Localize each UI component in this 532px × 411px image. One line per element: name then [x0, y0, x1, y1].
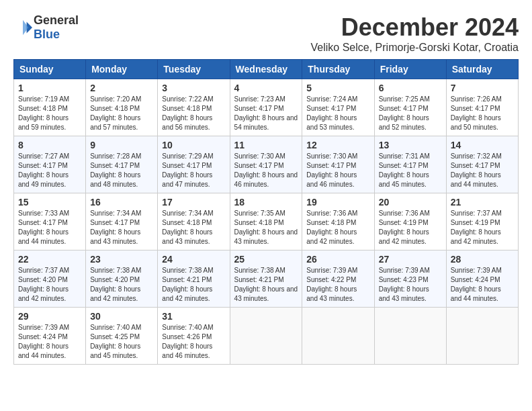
day-info: Sunrise: 7:36 AMSunset: 4:18 PMDaylight:… — [306, 209, 369, 246]
day-info: Sunrise: 7:37 AMSunset: 4:19 PMDaylight:… — [451, 209, 514, 246]
day-info: Sunrise: 7:39 AMSunset: 4:24 PMDaylight:… — [18, 323, 81, 361]
day-number: 3 — [162, 83, 225, 93]
day-info: Sunrise: 7:40 AMSunset: 4:25 PMDaylight:… — [90, 323, 153, 361]
day-cell: 30Sunrise: 7:40 AMSunset: 4:25 PMDayligh… — [86, 308, 158, 365]
day-number: 17 — [162, 197, 225, 208]
day-cell: 23Sunrise: 7:38 AMSunset: 4:20 PMDayligh… — [86, 250, 158, 308]
calendar-table: SundayMondayTuesdayWednesdayThursdayFrid… — [13, 59, 519, 365]
col-header-friday: Friday — [374, 60, 446, 79]
day-number: 20 — [379, 197, 442, 208]
week-row-3: 15Sunrise: 7:33 AMSunset: 4:17 PMDayligh… — [14, 193, 519, 250]
day-cell: 21Sunrise: 7:37 AMSunset: 4:19 PMDayligh… — [446, 193, 518, 250]
day-number: 1 — [18, 83, 81, 93]
day-cell: 18Sunrise: 7:35 AMSunset: 4:18 PMDayligh… — [230, 193, 302, 250]
day-cell: 25Sunrise: 7:38 AMSunset: 4:21 PMDayligh… — [230, 250, 302, 308]
day-cell: 8Sunrise: 7:27 AMSunset: 4:17 PMDaylight… — [14, 136, 86, 193]
header-row: SundayMondayTuesdayWednesdayThursdayFrid… — [14, 60, 519, 79]
day-number: 9 — [90, 140, 153, 150]
day-cell: 14Sunrise: 7:32 AMSunset: 4:17 PMDayligh… — [446, 136, 518, 193]
day-number: 27 — [379, 254, 442, 265]
day-number: 23 — [90, 254, 153, 265]
week-row-5: 29Sunrise: 7:39 AMSunset: 4:24 PMDayligh… — [14, 308, 519, 365]
day-info: Sunrise: 7:36 AMSunset: 4:19 PMDaylight:… — [379, 209, 442, 246]
day-cell: 17Sunrise: 7:34 AMSunset: 4:18 PMDayligh… — [158, 193, 230, 250]
day-info: Sunrise: 7:26 AMSunset: 4:17 PMDaylight:… — [451, 95, 514, 132]
day-info: Sunrise: 7:34 AMSunset: 4:18 PMDaylight:… — [162, 209, 225, 246]
day-cell: 28Sunrise: 7:39 AMSunset: 4:24 PMDayligh… — [446, 250, 518, 308]
day-cell — [446, 308, 518, 365]
day-number: 18 — [234, 197, 298, 208]
day-number: 13 — [379, 140, 442, 150]
day-number: 16 — [90, 197, 153, 208]
day-cell: 1Sunrise: 7:19 AMSunset: 4:18 PMDaylight… — [14, 79, 86, 136]
day-cell: 2Sunrise: 7:20 AMSunset: 4:18 PMDaylight… — [86, 79, 158, 136]
day-cell: 15Sunrise: 7:33 AMSunset: 4:17 PMDayligh… — [14, 193, 86, 250]
day-cell — [374, 308, 446, 365]
day-number: 8 — [18, 140, 81, 150]
day-info: Sunrise: 7:38 AMSunset: 4:21 PMDaylight:… — [234, 266, 298, 304]
day-info: Sunrise: 7:19 AMSunset: 4:18 PMDaylight:… — [18, 95, 81, 132]
col-header-sunday: Sunday — [14, 60, 86, 79]
day-info: Sunrise: 7:27 AMSunset: 4:17 PMDaylight:… — [18, 152, 81, 189]
day-info: Sunrise: 7:31 AMSunset: 4:17 PMDaylight:… — [379, 152, 442, 189]
month-title: December 2024 — [311, 13, 519, 42]
day-number: 4 — [234, 83, 298, 93]
col-header-thursday: Thursday — [302, 60, 374, 79]
day-cell: 31Sunrise: 7:40 AMSunset: 4:26 PMDayligh… — [158, 308, 230, 365]
day-cell: 9Sunrise: 7:28 AMSunset: 4:17 PMDaylight… — [86, 136, 158, 193]
logo-blue: Blue — [34, 28, 79, 42]
day-info: Sunrise: 7:30 AMSunset: 4:17 PMDaylight:… — [306, 152, 369, 189]
col-header-tuesday: Tuesday — [158, 60, 230, 79]
day-number: 15 — [18, 197, 81, 208]
day-number: 26 — [306, 254, 369, 265]
day-cell: 6Sunrise: 7:25 AMSunset: 4:17 PMDaylight… — [374, 79, 446, 136]
day-number: 2 — [90, 83, 153, 93]
day-cell: 26Sunrise: 7:39 AMSunset: 4:22 PMDayligh… — [302, 250, 374, 308]
day-number: 10 — [162, 140, 225, 150]
col-header-wednesday: Wednesday — [230, 60, 302, 79]
day-info: Sunrise: 7:37 AMSunset: 4:20 PMDaylight:… — [18, 266, 81, 304]
day-cell: 24Sunrise: 7:38 AMSunset: 4:21 PMDayligh… — [158, 250, 230, 308]
day-info: Sunrise: 7:38 AMSunset: 4:20 PMDaylight:… — [90, 266, 153, 304]
day-cell: 3Sunrise: 7:22 AMSunset: 4:18 PMDaylight… — [158, 79, 230, 136]
col-header-saturday: Saturday — [446, 60, 518, 79]
day-cell: 13Sunrise: 7:31 AMSunset: 4:17 PMDayligh… — [374, 136, 446, 193]
day-number: 22 — [18, 254, 81, 265]
day-number: 6 — [379, 83, 442, 93]
day-number: 19 — [306, 197, 369, 208]
day-cell — [230, 308, 302, 365]
day-info: Sunrise: 7:35 AMSunset: 4:18 PMDaylight:… — [234, 209, 298, 246]
day-number: 29 — [18, 311, 81, 322]
day-info: Sunrise: 7:40 AMSunset: 4:26 PMDaylight:… — [162, 323, 225, 361]
week-row-4: 22Sunrise: 7:37 AMSunset: 4:20 PMDayligh… — [14, 250, 519, 308]
day-info: Sunrise: 7:28 AMSunset: 4:17 PMDaylight:… — [90, 152, 153, 189]
day-info: Sunrise: 7:33 AMSunset: 4:17 PMDaylight:… — [18, 209, 81, 246]
day-info: Sunrise: 7:20 AMSunset: 4:18 PMDaylight:… — [90, 95, 153, 132]
day-number: 28 — [451, 254, 514, 265]
day-info: Sunrise: 7:38 AMSunset: 4:21 PMDaylight:… — [162, 266, 225, 304]
day-cell: 29Sunrise: 7:39 AMSunset: 4:24 PMDayligh… — [14, 308, 86, 365]
day-number: 5 — [306, 83, 369, 93]
day-info: Sunrise: 7:32 AMSunset: 4:17 PMDaylight:… — [451, 152, 514, 189]
day-cell: 20Sunrise: 7:36 AMSunset: 4:19 PMDayligh… — [374, 193, 446, 250]
day-cell: 11Sunrise: 7:30 AMSunset: 4:17 PMDayligh… — [230, 136, 302, 193]
day-cell: 12Sunrise: 7:30 AMSunset: 4:17 PMDayligh… — [302, 136, 374, 193]
day-cell: 7Sunrise: 7:26 AMSunset: 4:17 PMDaylight… — [446, 79, 518, 136]
svg-marker-1 — [23, 20, 28, 35]
week-row-1: 1Sunrise: 7:19 AMSunset: 4:18 PMDaylight… — [14, 79, 519, 136]
day-number: 11 — [234, 140, 298, 150]
day-info: Sunrise: 7:39 AMSunset: 4:23 PMDaylight:… — [379, 266, 442, 304]
day-cell: 5Sunrise: 7:24 AMSunset: 4:17 PMDaylight… — [302, 79, 374, 136]
day-cell — [302, 308, 374, 365]
day-number: 31 — [162, 311, 225, 322]
day-cell: 19Sunrise: 7:36 AMSunset: 4:18 PMDayligh… — [302, 193, 374, 250]
day-cell: 27Sunrise: 7:39 AMSunset: 4:23 PMDayligh… — [374, 250, 446, 308]
week-row-2: 8Sunrise: 7:27 AMSunset: 4:17 PMDaylight… — [14, 136, 519, 193]
day-info: Sunrise: 7:39 AMSunset: 4:22 PMDaylight:… — [306, 266, 369, 304]
day-info: Sunrise: 7:22 AMSunset: 4:18 PMDaylight:… — [162, 95, 225, 132]
day-number: 25 — [234, 254, 298, 265]
day-info: Sunrise: 7:29 AMSunset: 4:17 PMDaylight:… — [162, 152, 225, 189]
day-number: 24 — [162, 254, 225, 265]
logo-icon — [13, 18, 32, 37]
logo: General Blue — [13, 13, 79, 42]
